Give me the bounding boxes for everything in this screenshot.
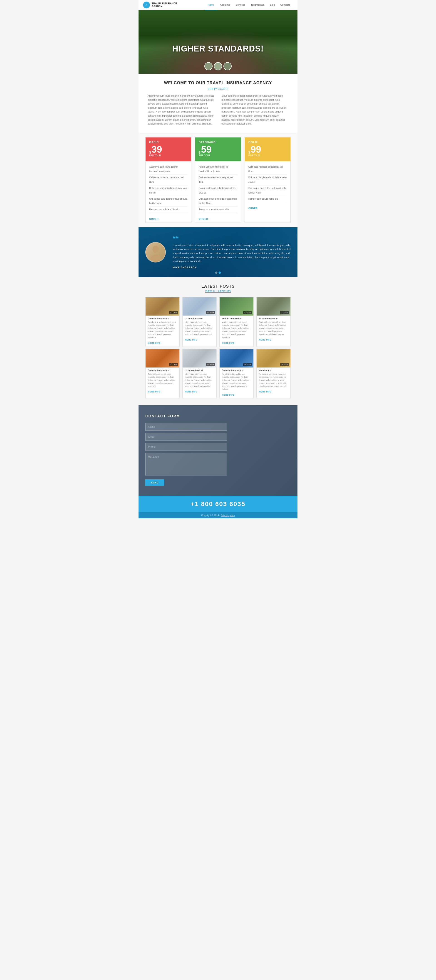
pricing-gold-header: GOLD: $ 99 PER TOUR — [245, 137, 291, 161]
standard-order-button[interactable]: ORDER — [195, 215, 241, 223]
pricing-standard-header: STANDARD: $ 59 PER TOUR — [195, 137, 241, 161]
copyright-text: Copyright © 2014 • — [201, 514, 220, 517]
post-8: 29 JUN Hendrerit si Ne quiture velit ess… — [256, 349, 291, 398]
post-3-body: Velit in hendrerit si Verit in vulputate… — [220, 315, 254, 346]
post-8-date: 29 JUN — [280, 363, 289, 366]
post-6-more[interactable]: MORE INFO — [185, 391, 198, 393]
standard-label: STANDARD: — [199, 141, 237, 144]
post-5-more[interactable]: MORE INFO — [148, 391, 161, 393]
standard-feature-1: Autem vel eum iriure dolor in hendrerit … — [199, 164, 237, 175]
post-2-text: Ut in vulputate velit esse molestie cons… — [185, 321, 214, 336]
gold-feature-2: Dolore eu feugiat nulla facilisis at ver… — [248, 175, 287, 185]
post-2: 11 APR Ut in vulputate si Ut in vulputat… — [182, 297, 217, 347]
send-button[interactable]: SEND — [145, 479, 164, 486]
standard-per-tour: PER TOUR — [199, 154, 237, 157]
contact-form: SEND — [145, 423, 227, 486]
dot-2[interactable] — [219, 272, 221, 274]
post-6-text: Ut in vulputate velit esse molestie cons… — [185, 373, 214, 388]
basic-feature-3: Dolore eu feugiat nulla facilisis at ver… — [149, 185, 188, 196]
testimonial-avatar — [145, 242, 166, 262]
dot-1[interactable] — [215, 272, 217, 274]
quote-mark: ❝❝ — [172, 236, 291, 242]
post-6-date: 11 APR — [206, 363, 215, 366]
post-5-title: Dolor in hendrerit si — [148, 369, 177, 372]
post-7-title: Dolor in hendrerit si — [222, 369, 251, 372]
post-7-more[interactable]: MORE INFO — [222, 394, 235, 396]
privacy-link[interactable]: Privacy policy — [221, 514, 235, 517]
basic-feature-4: Onil augue duis dolore te feugait nulla … — [149, 196, 188, 207]
view-articles-link[interactable]: VIEW ALL ARTICLES — [145, 290, 291, 293]
post-7-date: 09 JUN — [243, 363, 252, 366]
welcome-section: WELCOME TO OUR TRAVEL INSURANCE AGENCY O… — [139, 74, 297, 133]
post-7: 09 JUN Dolor in hendrerit si Ne ut vulpu… — [219, 349, 254, 398]
post-2-more[interactable]: MORE INFO — [185, 339, 198, 341]
footer-phone: +1 800 603 6035 — [139, 496, 297, 512]
basic-feature-1: Autem vel eum iriure dolor in hendrerit … — [149, 164, 188, 175]
post-3-more[interactable]: MORE INFO — [222, 342, 235, 344]
post-3-date: 01 JUN — [243, 311, 252, 314]
contact-title: CONTACT FORM — [145, 414, 291, 418]
svg-point-1 — [150, 255, 161, 260]
standard-feature-4: Onil augue duis dolore te feugait nulla … — [199, 196, 237, 207]
gold-label: GOLD: — [248, 141, 287, 144]
basic-label: BASIC: — [149, 141, 188, 144]
email-input[interactable] — [145, 433, 227, 441]
post-8-title: Hendrerit si — [259, 369, 288, 372]
slider-dots — [215, 272, 221, 274]
nav-testimonials[interactable]: Testimonials — [248, 0, 267, 10]
standard-feature-2: Celit esse molestie consequat, vel illum — [199, 175, 237, 185]
basic-feature-5: Rempor cum soluta nobis olio — [149, 207, 188, 213]
basic-per-tour: PER TOUR — [149, 154, 188, 157]
post-8-image: 29 JUN — [257, 349, 291, 368]
gold-features: Celit esse molestie consequat, vel illum… — [245, 161, 291, 205]
post-1-text: Condrerit in vulputate velit esse molest… — [148, 321, 177, 339]
post-8-text: Ne quiture velit esse molestie consequat… — [259, 373, 288, 388]
welcome-heading: WELCOME TO OUR TRAVEL INSURANCE AGENCY — [148, 81, 288, 85]
post-6-title: Ut in hendrerit si — [185, 369, 214, 372]
nav-blog[interactable]: Blog — [267, 0, 278, 10]
nav-home[interactable]: Home — [205, 0, 217, 10]
basic-features: Autem vel eum iriure dolor in hendrerit … — [145, 161, 191, 215]
phone-input[interactable] — [145, 443, 227, 450]
post-3-title: Velit in hendrerit si — [222, 317, 251, 320]
standard-amount: $ 59 — [199, 145, 237, 154]
post-4-more[interactable]: MORE INFO — [259, 339, 272, 341]
post-1-more[interactable]: MORE INFO — [148, 342, 161, 344]
post-8-more[interactable]: MORE INFO — [259, 391, 272, 393]
gold-feature-3: Onil augue duis dolore te feugait nulla … — [248, 185, 287, 196]
testimonial-author: MIKE ANDERSON — [172, 266, 291, 269]
footer-bottom: Copyright © 2014 • Privacy policy — [139, 512, 297, 519]
gold-feature-4: Rempor cum soluta nobis olio — [248, 196, 287, 202]
basic-amount: $ 39 — [149, 145, 188, 154]
post-4-text: Si ut molestie saquel, vel illum dolore … — [259, 321, 288, 336]
svg-point-0 — [152, 246, 159, 253]
gold-price: 99 — [251, 145, 261, 154]
gold-order-button[interactable]: ORDER — [245, 205, 291, 212]
hero-section: HIGHER STANDARDS! — [139, 10, 297, 74]
post-2-date: 11 APR — [206, 311, 215, 314]
nav-services[interactable]: Services — [233, 0, 248, 10]
basic-feature-2: Celit esse molestie consequat, vel illum — [149, 175, 188, 185]
posts-grid: 31 JAN Dolor in hendrerit si Condrerit i… — [145, 297, 291, 398]
message-input[interactable] — [145, 453, 227, 476]
packages-link[interactable]: OUR PACKAGES — [208, 88, 228, 90]
hero-thumb-3[interactable] — [224, 62, 232, 70]
post-5-date: 13 JAN — [169, 363, 178, 366]
header: ✓ TRAVEL INSURANCE AGENCY Home About Us … — [139, 0, 297, 10]
basic-order-button[interactable]: ORDER — [145, 215, 191, 223]
welcome-col-1: Autem vel eum iriure dolor in hendrerit … — [148, 94, 215, 126]
post-7-body: Dolor in hendrerit si Ne ut vulputate ve… — [220, 368, 254, 398]
hero-thumb-2[interactable] — [214, 62, 222, 70]
post-8-body: Hendrerit si Ne quiture velit esse moles… — [257, 368, 291, 395]
pricing-standard: STANDARD: $ 59 PER TOUR Autem vel eum ir… — [195, 137, 241, 223]
post-2-title: Ut in vulputate si — [185, 317, 214, 320]
nav-about[interactable]: About Us — [217, 0, 233, 10]
gold-per-tour: PER TOUR — [248, 154, 287, 157]
post-4-title: Si ut molestie sar — [259, 317, 288, 320]
nav-contacts[interactable]: Contacts — [278, 0, 293, 10]
post-6-body: Ut in hendrerit si Ut in vulputate velit… — [182, 368, 216, 395]
name-input[interactable] — [145, 423, 227, 431]
hero-thumb-1[interactable] — [204, 62, 212, 70]
post-1-title: Dolor in hendrerit si — [148, 317, 177, 320]
post-4-body: Si ut molestie sar Si ut molestie saquel… — [257, 315, 291, 343]
